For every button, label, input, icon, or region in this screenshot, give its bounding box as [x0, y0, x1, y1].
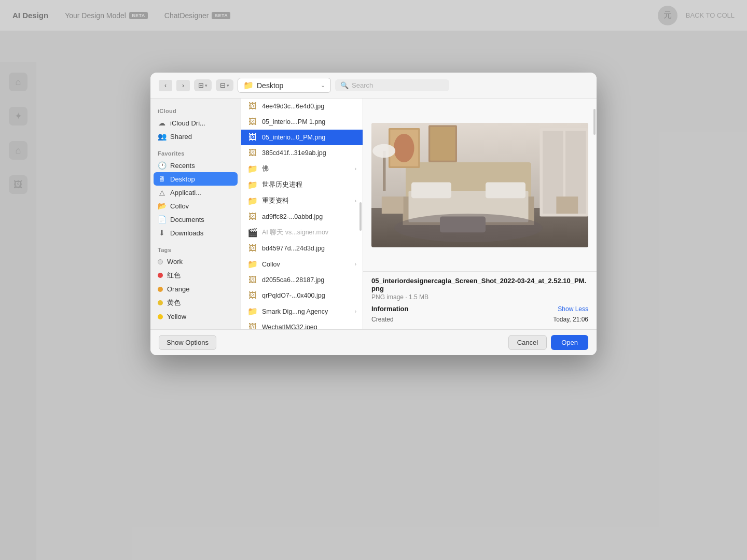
file-name-9: bd45977d...24d3d.jpg — [262, 245, 356, 252]
documents-icon: 📄 — [158, 215, 166, 223]
sidebar-item-recents[interactable]: 🕐 Recents — [150, 159, 241, 172]
file-chevron-6: › — [355, 198, 356, 204]
file-name-3: 385cd41f...31e9ab.jpg — [262, 149, 356, 157]
file-icon-9: 🖼 — [247, 244, 258, 253]
file-item-13[interactable]: 📁 Smark Dig...ng Agency › — [241, 303, 363, 319]
file-item-11[interactable]: 🖼 d2055ca6...28187.jpg — [241, 272, 363, 288]
file-item-4[interactable]: 📁 佛 › — [241, 161, 363, 177]
forward-button[interactable]: › — [176, 80, 190, 91]
file-icon-13: 📁 — [247, 306, 258, 316]
tag-yellow-label: Yellow — [167, 313, 186, 320]
svg-rect-18 — [382, 197, 404, 214]
recents-label: Recents — [170, 162, 195, 170]
file-name-1: 05_interio....PM 1.png — [262, 118, 356, 125]
preview-section-title: Information — [371, 305, 409, 313]
sidebar-item-documents[interactable]: 📄 Documents — [150, 213, 241, 226]
open-button[interactable]: Open — [551, 335, 588, 350]
file-item-9[interactable]: 🖼 bd45977d...24d3d.jpg — [241, 241, 363, 256]
svg-point-17 — [372, 144, 395, 157]
svg-rect-19 — [556, 197, 578, 214]
sidebar-tag-yellow[interactable]: Yellow — [150, 310, 241, 323]
preview-meta-created: Created Today, 21:06 — [371, 315, 588, 324]
file-item-14[interactable]: 🖼 WechatIMG32.jpeg — [241, 319, 363, 329]
dialog-body: iCloud ☁ iCloud Dri... 👥 Shared Favorite… — [150, 99, 597, 329]
file-name-5: 世界历史进程 — [262, 180, 356, 189]
dialog-toolbar: ‹ › ⊞ ▾ ⊟ ▾ 📁 Desktop ⌄ 🔍 — [150, 73, 597, 99]
tag-work-label: Work — [167, 258, 183, 265]
sidebar-tag-orange[interactable]: Orange — [150, 283, 241, 296]
file-name-8: AI 聊天 vs...signer.mov — [262, 228, 356, 237]
file-item-5[interactable]: 📁 世界历史进程 — [241, 177, 363, 193]
desktop-icon: 🖥 — [158, 175, 166, 183]
icloud-drive-label: iCloud Dri... — [170, 119, 205, 127]
grid-view-icon: ⊟ — [220, 81, 226, 89]
sidebar-item-downloads[interactable]: ⬇ Downloads — [150, 226, 241, 240]
grid-view-button[interactable]: ⊟ ▾ — [216, 79, 233, 91]
shared-label: Shared — [170, 133, 192, 141]
preview-image-container — [363, 99, 597, 271]
sidebar-tag-red[interactable]: 红色 — [150, 268, 241, 283]
tag-red-label: 红色 — [167, 271, 181, 280]
sidebar-item-shared[interactable]: 👥 Shared — [150, 130, 241, 143]
svg-point-10 — [394, 134, 414, 162]
file-icon-11: 🖼 — [247, 275, 258, 285]
file-chevron-10: › — [355, 261, 356, 267]
show-less-button[interactable]: Show Less — [558, 305, 588, 313]
search-input[interactable] — [352, 81, 444, 89]
file-name-7: ad9ffc82-...0abbd.jpg — [262, 213, 356, 220]
recents-icon: 🕐 — [158, 161, 166, 170]
file-item-12[interactable]: 🖼 qrPqldO7-...0x400.jpg — [241, 288, 363, 303]
tag-yellow-cn-label: 黄色 — [167, 298, 181, 307]
location-text: Desktop — [257, 81, 317, 90]
file-name-12: qrPqldO7-...0x400.jpg — [262, 292, 356, 299]
preview-panel: 05_interiordesignercagla_Screen_Shot_202… — [363, 99, 597, 329]
preview-meta-value-created: Today, 21:06 — [553, 316, 588, 323]
tag-dot-yellow — [158, 314, 163, 319]
preview-meta-key-created: Created — [371, 316, 394, 323]
tag-orange-label: Orange — [167, 285, 189, 293]
sidebar-item-applications[interactable]: △ Applicati... — [150, 186, 241, 199]
file-item-2[interactable]: 🖼 05_interio...0_PM.png — [241, 130, 363, 145]
file-item-7[interactable]: 🖼 ad9ffc82-...0abbd.jpg — [241, 209, 363, 225]
file-list-scrollbar — [359, 202, 362, 231]
file-chevron-4: › — [355, 166, 356, 172]
preview-scrollbar — [593, 109, 596, 135]
cloud-icon: ☁ — [158, 119, 166, 127]
column-view-button[interactable]: ⊞ ▾ — [194, 79, 212, 91]
file-name-11: d2055ca6...28187.jpg — [262, 276, 356, 284]
file-name-4: 佛 — [262, 164, 351, 173]
sidebar-item-icloud-drive[interactable]: ☁ iCloud Dri... — [150, 116, 241, 130]
footer-buttons: Cancel Open — [508, 335, 588, 350]
sidebar-item-collov[interactable]: 📂 Collov — [150, 199, 241, 213]
file-icon-3: 🖼 — [247, 148, 258, 158]
file-item-0[interactable]: 🖼 4ee49d3c...6e4d0.jpg — [241, 99, 363, 114]
tag-dot-work — [158, 259, 163, 264]
file-item-6[interactable]: 📁 重要资料 › — [241, 193, 363, 209]
desktop-label: Desktop — [170, 175, 195, 183]
file-name-0: 4ee49d3c...6e4d0.jpg — [262, 103, 356, 110]
file-item-3[interactable]: 🖼 385cd41f...31e9ab.jpg — [241, 145, 363, 161]
file-item-1[interactable]: 🖼 05_interio....PM 1.png — [241, 114, 363, 130]
tag-dot-yellow-cn — [158, 300, 163, 305]
sidebar-tag-yellow-cn[interactable]: 黄色 — [150, 296, 241, 310]
file-item-10[interactable]: 📁 Collov › — [241, 256, 363, 272]
show-options-button[interactable]: Show Options — [159, 335, 216, 350]
back-button[interactable]: ‹ — [159, 80, 172, 91]
shared-icon: 👥 — [158, 132, 166, 141]
file-icon-10: 📁 — [247, 259, 258, 269]
file-name-13: Smark Dig...ng Agency — [262, 308, 351, 315]
sidebar-item-desktop[interactable]: 🖥 Desktop — [154, 172, 238, 186]
downloads-label: Downloads — [170, 229, 203, 237]
location-selector[interactable]: 📁 Desktop ⌄ — [238, 78, 331, 93]
file-item-8[interactable]: 🎬 AI 聊天 vs...signer.mov — [241, 225, 363, 241]
cancel-button[interactable]: Cancel — [508, 335, 547, 350]
search-box: 🔍 — [335, 79, 449, 91]
location-folder-icon: 📁 — [243, 80, 254, 90]
file-chevron-13: › — [355, 309, 356, 314]
sidebar-tag-work[interactable]: Work — [150, 255, 241, 268]
column-view-icon: ⊞ — [198, 81, 204, 89]
file-icon-12: 🖼 — [247, 291, 258, 300]
location-chevron-icon: ⌄ — [321, 82, 325, 89]
sidebar-section-favorites: Favorites — [150, 147, 241, 159]
view-toggle-group: ⊞ ▾ — [194, 79, 212, 91]
